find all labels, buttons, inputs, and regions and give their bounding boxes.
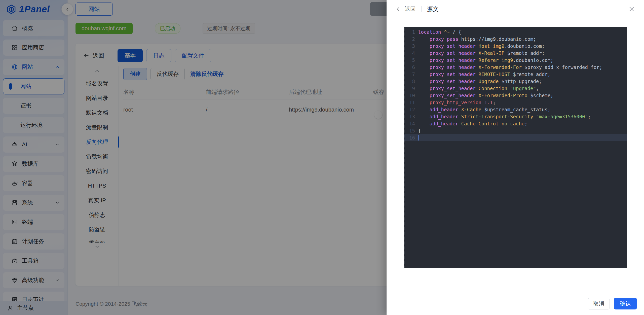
divider <box>421 6 422 12</box>
line-content: proxy_set_header Upgrade $http_upgrade; <box>415 78 542 85</box>
source-drawer: 返回 源文 1location ^~ / {2 proxy_pass https… <box>387 0 644 315</box>
drawer-back-button[interactable]: 返回 <box>396 5 416 13</box>
code-line: 9 proxy_set_header Connection "upgrade"; <box>404 85 627 92</box>
line-content: proxy_set_header X-Forwarded-Proto $sche… <box>415 92 553 99</box>
drawer-title: 源文 <box>427 5 439 13</box>
line-number: 9 <box>404 85 415 92</box>
line-number: 1 <box>404 28 415 36</box>
line-content: add_header Strict-Transport-Security "ma… <box>415 113 591 120</box>
cancel-button[interactable]: 取消 <box>588 298 610 309</box>
line-number: 7 <box>404 71 415 78</box>
line-content: proxy_http_version 1.1; <box>415 99 496 106</box>
code-line: 11 proxy_http_version 1.1; <box>404 99 627 106</box>
confirm-button[interactable]: 确认 <box>614 298 637 309</box>
code-line: 8 proxy_set_header Upgrade $http_upgrade… <box>404 78 627 85</box>
back-arrow-icon <box>396 6 402 12</box>
line-number: 3 <box>404 43 415 50</box>
code-line: 4 proxy_set_header X-Real-IP $remote_add… <box>404 50 627 57</box>
app-root: 1Panel 概览应用商店网站网站证书运行环境AI数据库容器系统终端计划任务工具… <box>0 0 644 315</box>
line-number: 16 <box>404 134 415 141</box>
line-content: proxy_set_header Host img9.doubanio.com; <box>415 43 545 50</box>
drawer-back-label: 返回 <box>405 5 416 13</box>
code-line: 2 proxy_pass https://img9.doubanio.com; <box>404 36 627 43</box>
line-content: proxy_pass https://img9.doubanio.com; <box>415 36 536 43</box>
code-line: 10 proxy_set_header X-Forwarded-Proto $s… <box>404 92 627 99</box>
line-content <box>415 134 419 141</box>
line-number: 10 <box>404 92 415 99</box>
line-content: proxy_set_header X-Real-IP $remote_addr; <box>415 50 545 57</box>
close-icon[interactable] <box>628 5 635 13</box>
code-line: 12 add_header X-Cache $upstream_cache_st… <box>404 106 627 113</box>
line-number: 5 <box>404 57 415 64</box>
line-number: 6 <box>404 64 415 71</box>
code-line: 5 proxy_set_header Referer img9.doubanio… <box>404 57 627 64</box>
line-number: 11 <box>404 99 415 106</box>
drawer-header: 返回 源文 <box>387 0 644 18</box>
code-line: 14 add_header Cache-Control no-cache; <box>404 120 627 127</box>
line-content: proxy_set_header Connection "upgrade"; <box>415 85 539 92</box>
line-number: 13 <box>404 113 415 120</box>
line-number: 12 <box>404 106 415 113</box>
code-line: 6 proxy_set_header X-Forwarded-For $prox… <box>404 64 627 71</box>
line-number: 15 <box>404 127 415 134</box>
code-line: 15} <box>404 127 627 134</box>
code-line: 7 proxy_set_header REMOTE-HOST $remote_a… <box>404 71 627 78</box>
text-cursor <box>418 135 419 141</box>
code-line: 13 add_header Strict-Transport-Security … <box>404 113 627 120</box>
code-line: 1location ^~ / { <box>404 28 627 36</box>
code-line: 16 <box>404 134 627 141</box>
line-content: proxy_set_header X-Forwarded-For $proxy_… <box>415 64 602 71</box>
code-line: 3 proxy_set_header Host img9.doubanio.co… <box>404 43 627 50</box>
line-content: add_header Cache-Control no-cache; <box>415 120 527 127</box>
line-number: 8 <box>404 78 415 85</box>
line-content: } <box>415 127 421 134</box>
line-content: location ^~ / { <box>415 28 461 36</box>
code-editor[interactable]: 1location ^~ / {2 proxy_pass https://img… <box>404 27 627 268</box>
line-number: 14 <box>404 120 415 127</box>
line-number: 4 <box>404 50 415 57</box>
line-number: 2 <box>404 36 415 43</box>
line-content: proxy_set_header REMOTE-HOST $remote_add… <box>415 71 550 78</box>
drawer-footer: 取消 确认 <box>387 292 644 315</box>
line-content: add_header X-Cache $upstream_cache_statu… <box>415 106 550 113</box>
line-content: proxy_set_header Referer img9.doubanio.c… <box>415 57 553 64</box>
